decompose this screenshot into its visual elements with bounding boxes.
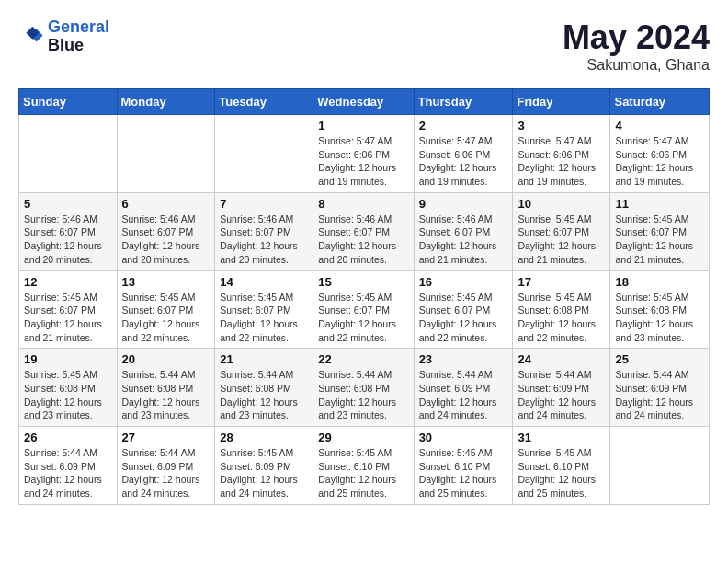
day-number: 15 (318, 275, 408, 289)
day-number: 21 (220, 352, 308, 366)
calendar-cell: 6Sunrise: 5:46 AM Sunset: 6:07 PM Daylig… (117, 192, 215, 270)
day-number: 28 (220, 431, 308, 444)
calendar-cell: 30Sunrise: 5:45 AM Sunset: 6:10 PM Dayli… (414, 427, 513, 505)
day-number: 7 (220, 197, 308, 211)
calendar-cell: 23Sunrise: 5:44 AM Sunset: 6:09 PM Dayli… (414, 349, 513, 427)
logo: General Blue (18, 18, 109, 55)
day-number: 5 (24, 197, 112, 211)
calendar-week-row: 5Sunrise: 5:46 AM Sunset: 6:07 PM Daylig… (19, 192, 710, 270)
day-number: 13 (122, 275, 210, 289)
calendar-cell: 22Sunrise: 5:44 AM Sunset: 6:08 PM Dayli… (313, 349, 414, 427)
day-info: Sunrise: 5:45 AM Sunset: 6:10 PM Dayligh… (518, 446, 605, 500)
day-number: 4 (615, 119, 704, 132)
day-number: 1 (318, 119, 408, 132)
day-info: Sunrise: 5:45 AM Sunset: 6:09 PM Dayligh… (220, 446, 308, 500)
day-info: Sunrise: 5:47 AM Sunset: 6:06 PM Dayligh… (615, 134, 704, 189)
calendar-table: Sunday Monday Tuesday Wednesday Thursday… (18, 88, 710, 505)
day-info: Sunrise: 5:44 AM Sunset: 6:08 PM Dayligh… (220, 368, 308, 422)
calendar-cell: 31Sunrise: 5:45 AM Sunset: 6:10 PM Dayli… (513, 427, 610, 505)
day-number: 27 (122, 431, 210, 444)
day-number: 2 (419, 119, 508, 132)
day-info: Sunrise: 5:45 AM Sunset: 6:07 PM Dayligh… (122, 291, 210, 345)
calendar-cell (19, 115, 118, 193)
month-year-title: May 2024 (563, 18, 710, 57)
calendar-cell: 2Sunrise: 5:47 AM Sunset: 6:06 PM Daylig… (414, 115, 513, 193)
calendar-cell: 11Sunrise: 5:45 AM Sunset: 6:07 PM Dayli… (610, 192, 710, 270)
page-header: General Blue May 2024 Sakumona, Ghana (18, 18, 710, 74)
day-number: 11 (615, 197, 704, 211)
header-tuesday: Tuesday (215, 89, 313, 115)
day-number: 16 (419, 275, 508, 289)
day-info: Sunrise: 5:44 AM Sunset: 6:08 PM Dayligh… (318, 368, 408, 422)
header-monday: Monday (117, 89, 215, 115)
calendar-cell: 25Sunrise: 5:44 AM Sunset: 6:09 PM Dayli… (610, 349, 710, 427)
day-number: 24 (518, 352, 605, 366)
day-info: Sunrise: 5:46 AM Sunset: 6:07 PM Dayligh… (220, 213, 308, 267)
calendar-week-row: 1Sunrise: 5:47 AM Sunset: 6:06 PM Daylig… (19, 115, 710, 193)
day-info: Sunrise: 5:45 AM Sunset: 6:07 PM Dayligh… (615, 213, 704, 267)
day-info: Sunrise: 5:44 AM Sunset: 6:09 PM Dayligh… (615, 368, 704, 422)
header-friday: Friday (513, 89, 610, 115)
title-block: May 2024 Sakumona, Ghana (563, 18, 710, 74)
calendar-cell: 16Sunrise: 5:45 AM Sunset: 6:07 PM Dayli… (414, 270, 513, 349)
day-number: 30 (419, 431, 508, 444)
logo-text: General Blue (48, 18, 109, 55)
calendar-cell (117, 115, 215, 193)
day-info: Sunrise: 5:46 AM Sunset: 6:07 PM Dayligh… (419, 213, 508, 267)
day-number: 26 (24, 431, 112, 444)
day-info: Sunrise: 5:44 AM Sunset: 6:09 PM Dayligh… (122, 446, 210, 500)
day-info: Sunrise: 5:45 AM Sunset: 6:10 PM Dayligh… (318, 446, 408, 500)
day-info: Sunrise: 5:44 AM Sunset: 6:08 PM Dayligh… (122, 368, 210, 422)
day-number: 31 (518, 431, 605, 444)
day-number: 17 (518, 275, 605, 289)
calendar-cell: 10Sunrise: 5:45 AM Sunset: 6:07 PM Dayli… (513, 192, 610, 270)
calendar-cell: 19Sunrise: 5:45 AM Sunset: 6:08 PM Dayli… (19, 349, 118, 427)
day-number: 12 (24, 275, 112, 289)
calendar-cell: 28Sunrise: 5:45 AM Sunset: 6:09 PM Dayli… (215, 427, 313, 505)
calendar-cell: 9Sunrise: 5:46 AM Sunset: 6:07 PM Daylig… (414, 192, 513, 270)
calendar-week-row: 19Sunrise: 5:45 AM Sunset: 6:08 PM Dayli… (19, 349, 710, 427)
day-info: Sunrise: 5:45 AM Sunset: 6:08 PM Dayligh… (24, 368, 112, 422)
day-info: Sunrise: 5:45 AM Sunset: 6:07 PM Dayligh… (318, 291, 408, 345)
day-number: 10 (518, 197, 605, 211)
day-info: Sunrise: 5:46 AM Sunset: 6:07 PM Dayligh… (318, 213, 408, 267)
logo-icon (18, 24, 44, 50)
calendar-cell: 13Sunrise: 5:45 AM Sunset: 6:07 PM Dayli… (117, 270, 215, 349)
day-info: Sunrise: 5:45 AM Sunset: 6:10 PM Dayligh… (419, 446, 508, 500)
day-number: 9 (419, 197, 508, 211)
calendar-cell: 18Sunrise: 5:45 AM Sunset: 6:08 PM Dayli… (610, 270, 710, 349)
calendar-cell (610, 427, 710, 505)
calendar-cell: 17Sunrise: 5:45 AM Sunset: 6:08 PM Dayli… (513, 270, 610, 349)
calendar-cell: 1Sunrise: 5:47 AM Sunset: 6:06 PM Daylig… (313, 115, 414, 193)
calendar-cell: 5Sunrise: 5:46 AM Sunset: 6:07 PM Daylig… (19, 192, 118, 270)
day-info: Sunrise: 5:47 AM Sunset: 6:06 PM Dayligh… (419, 134, 508, 189)
day-number: 23 (419, 352, 508, 366)
day-info: Sunrise: 5:47 AM Sunset: 6:06 PM Dayligh… (318, 134, 408, 189)
calendar-cell: 3Sunrise: 5:47 AM Sunset: 6:06 PM Daylig… (513, 115, 610, 193)
calendar-cell: 21Sunrise: 5:44 AM Sunset: 6:08 PM Dayli… (215, 349, 313, 427)
calendar-cell: 20Sunrise: 5:44 AM Sunset: 6:08 PM Dayli… (117, 349, 215, 427)
day-number: 25 (615, 352, 704, 366)
day-info: Sunrise: 5:45 AM Sunset: 6:07 PM Dayligh… (220, 291, 308, 345)
header-sunday: Sunday (19, 89, 118, 115)
day-info: Sunrise: 5:45 AM Sunset: 6:07 PM Dayligh… (419, 291, 508, 345)
day-info: Sunrise: 5:46 AM Sunset: 6:07 PM Dayligh… (122, 213, 210, 267)
calendar-cell: 15Sunrise: 5:45 AM Sunset: 6:07 PM Dayli… (313, 270, 414, 349)
calendar-cell: 26Sunrise: 5:44 AM Sunset: 6:09 PM Dayli… (19, 427, 118, 505)
calendar-week-row: 12Sunrise: 5:45 AM Sunset: 6:07 PM Dayli… (19, 270, 710, 349)
calendar-cell: 7Sunrise: 5:46 AM Sunset: 6:07 PM Daylig… (215, 192, 313, 270)
calendar-week-row: 26Sunrise: 5:44 AM Sunset: 6:09 PM Dayli… (19, 427, 710, 505)
day-number: 22 (318, 352, 408, 366)
header-thursday: Thursday (414, 89, 513, 115)
day-info: Sunrise: 5:45 AM Sunset: 6:08 PM Dayligh… (615, 291, 704, 345)
day-number: 29 (318, 431, 408, 444)
calendar-cell: 12Sunrise: 5:45 AM Sunset: 6:07 PM Dayli… (19, 270, 118, 349)
day-number: 14 (220, 275, 308, 289)
day-info: Sunrise: 5:44 AM Sunset: 6:09 PM Dayligh… (419, 368, 508, 422)
calendar-cell: 29Sunrise: 5:45 AM Sunset: 6:10 PM Dayli… (313, 427, 414, 505)
day-number: 8 (318, 197, 408, 211)
day-info: Sunrise: 5:45 AM Sunset: 6:07 PM Dayligh… (518, 213, 605, 267)
header-wednesday: Wednesday (313, 89, 414, 115)
day-number: 18 (615, 275, 704, 289)
calendar-cell: 27Sunrise: 5:44 AM Sunset: 6:09 PM Dayli… (117, 427, 215, 505)
